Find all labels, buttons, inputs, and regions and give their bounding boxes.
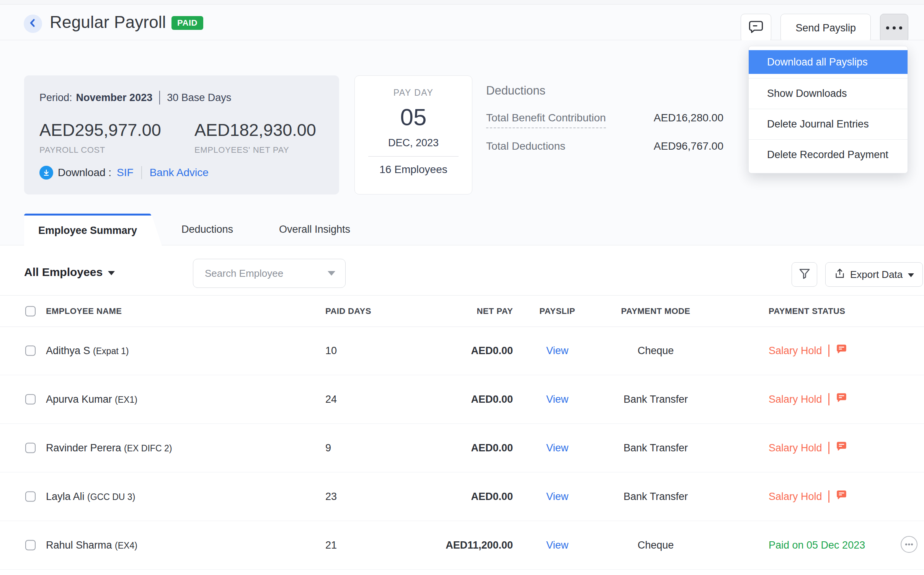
payment-status-text: Salary Hold (769, 442, 822, 454)
view-payslip-link[interactable]: View (534, 345, 580, 357)
send-payslip-button[interactable]: Send Payslip (780, 14, 871, 42)
download-icon[interactable] (39, 166, 53, 180)
net-pay-cell: AED0.00 (421, 442, 513, 454)
payday-day: 05 (400, 103, 427, 131)
search-input[interactable] (204, 267, 320, 280)
funnel-icon (798, 267, 811, 282)
salary-hold-comment-icon[interactable] (836, 343, 847, 358)
payroll-cost-label: PAYROLL COST (39, 145, 170, 155)
more-menu: Download all PayslipsShow DownloadsDelet… (748, 46, 908, 173)
menu-item-delete-recorded-payment[interactable]: Delete Recorded Payment (749, 139, 908, 170)
menu-item-download-all-payslips[interactable]: Download all Payslips (749, 50, 908, 74)
chevron-down-icon (908, 273, 914, 277)
table-row: Apurva Kumar (EX1) 24 AED0.00 View Bank … (0, 375, 924, 424)
view-payslip-link[interactable]: View (534, 442, 580, 454)
deduction-row: Total Deductions AED96,767.00 (486, 140, 723, 153)
divider (368, 156, 459, 157)
payment-status-cell: Salary Hold (769, 392, 847, 407)
deduction-row: Total Benefit Contribution AED16,280.00 (486, 111, 723, 128)
net-pay-cell: AED0.00 (421, 394, 513, 405)
column-paid-days: PAID DAYS (325, 306, 371, 316)
table-row: Rahul Sharma (EX4) 21 AED11,200.00 View … (0, 521, 924, 570)
download-row: Download : SIFBank Advice (39, 166, 324, 180)
paid-days-cell: 10 (325, 345, 337, 357)
paid-days-cell: 23 (325, 491, 337, 503)
employee-search[interactable] (193, 259, 346, 288)
paid-days-cell: 21 (325, 539, 337, 551)
filter-button[interactable] (792, 262, 817, 287)
tab-overall-insights[interactable]: Overall Insights (279, 214, 350, 245)
view-payslip-link[interactable]: View (534, 539, 580, 551)
tabs: Employee SummaryDeductionsOverall Insigh… (0, 214, 924, 245)
payday-card: PAY DAY 05 DEC, 2023 16 Employees (354, 75, 472, 194)
comment-button[interactable] (741, 14, 771, 42)
row-checkbox[interactable] (25, 443, 36, 453)
divider (828, 442, 829, 454)
ellipsis-icon (886, 26, 902, 29)
divider (828, 490, 829, 503)
more-actions-button[interactable] (880, 14, 908, 42)
chevron-down-icon (108, 271, 115, 275)
payment-status-cell: Salary Hold (769, 441, 847, 455)
download-bank-advice-link[interactable]: Bank Advice (150, 167, 209, 179)
all-employees-label: All Employees (24, 266, 103, 279)
column-payment-mode: PAYMENT MODE (614, 306, 698, 316)
status-badge: PAID (171, 16, 203, 30)
all-employees-dropdown[interactable]: All Employees (24, 266, 115, 279)
net-pay-label: EMPLOYEES' NET PAY (194, 145, 325, 155)
payday-label: PAY DAY (393, 87, 434, 98)
amounts-row: AED295,977.00 PAYROLL COST AED182,930.00… (39, 120, 324, 155)
period-value: November 2023 (76, 91, 153, 104)
back-button[interactable] (24, 15, 42, 33)
row-more-button[interactable] (900, 536, 918, 555)
salary-hold-comment-icon[interactable] (836, 441, 847, 455)
table-body: Adithya S (Expat 1) 10 AED0.00 View Cheq… (0, 327, 924, 570)
page-title: Regular Payroll (50, 13, 166, 32)
column-payslip: PAYSLIP (534, 306, 580, 316)
view-payslip-link[interactable]: View (534, 491, 580, 503)
export-icon (834, 268, 850, 282)
row-checkbox[interactable] (25, 492, 36, 502)
export-data-button[interactable]: Export Data (825, 262, 923, 287)
select-all-checkbox[interactable] (25, 306, 36, 316)
deductions-panel: Deductions Total Benefit Contribution AE… (486, 83, 723, 153)
paid-days-cell: 24 (325, 394, 337, 405)
chevron-left-icon (27, 17, 39, 30)
payment-status-text: Salary Hold (769, 345, 822, 357)
comment-icon (748, 19, 764, 37)
divider (159, 91, 160, 105)
view-payslip-link[interactable]: View (534, 394, 580, 405)
download-sif-link[interactable]: SIF (117, 167, 134, 179)
deduction-value: AED96,767.00 (654, 140, 723, 153)
period-line: Period: November 2023 30 Base Days (39, 91, 324, 105)
period-card: Period: November 2023 30 Base Days AED29… (24, 75, 339, 194)
table-row: Layla Ali (GCC DU 3) 23 AED0.00 View Ban… (0, 472, 924, 521)
deduction-label[interactable]: Total Benefit Contribution (486, 111, 606, 128)
employee-summary-panel: All Employees Export Data (0, 245, 924, 575)
employee-name-cell: Ravinder Perera (EX DIFC 2) (46, 442, 172, 454)
payment-status-cell: Salary Hold (769, 489, 847, 504)
header-actions: Send Payslip (741, 14, 908, 42)
row-checkbox[interactable] (25, 346, 36, 356)
menu-item-show-downloads[interactable]: Show Downloads (749, 78, 908, 109)
tab-deductions[interactable]: Deductions (181, 214, 233, 245)
salary-hold-comment-icon[interactable] (836, 489, 847, 504)
payment-status-text: Salary Hold (769, 491, 822, 503)
net-pay-cell: AED0.00 (421, 345, 513, 357)
row-checkbox[interactable] (25, 540, 36, 550)
row-checkbox[interactable] (25, 394, 36, 405)
base-days: 30 Base Days (167, 91, 231, 104)
payroll-detail-page: Regular Payroll PAID Send Payslip Downlo… (0, 0, 924, 575)
payment-status-cell: Salary Hold (769, 343, 847, 358)
payment-mode-cell: Bank Transfer (614, 442, 698, 454)
payroll-cost-value: AED295,977.00 (39, 120, 170, 140)
divider (828, 345, 829, 357)
payday-monthyear: DEC, 2023 (388, 136, 439, 149)
deduction-label[interactable]: Total Deductions (486, 140, 565, 153)
divider (828, 393, 829, 405)
menu-item-delete-journal-entries[interactable]: Delete Journal Entries (749, 109, 908, 139)
salary-hold-comment-icon[interactable] (836, 392, 847, 407)
net-pay-block: AED182,930.00 EMPLOYEES' NET PAY (194, 120, 325, 155)
tab-employee-summary[interactable]: Employee Summary (24, 214, 162, 246)
export-label: Export Data (850, 269, 903, 281)
